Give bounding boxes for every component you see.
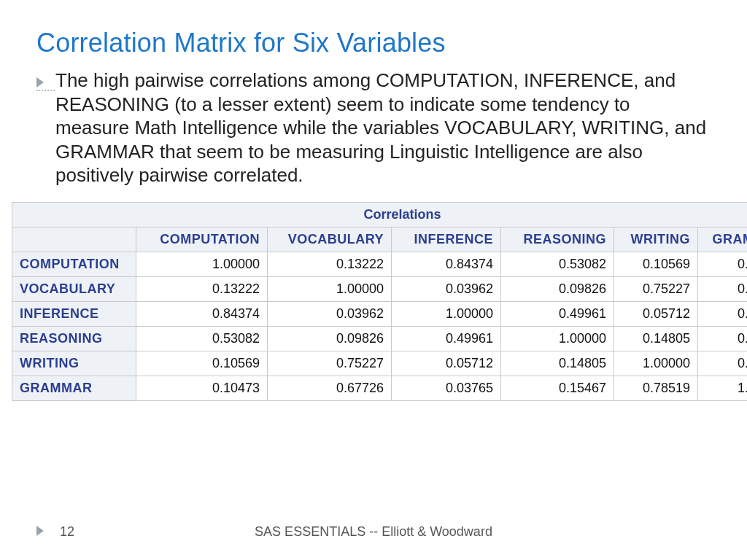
- cell: 0.49961: [501, 301, 614, 326]
- col-head: WRITING: [614, 227, 698, 252]
- bullet-text: The high pairwise correlations among COM…: [55, 69, 711, 187]
- cell: 0.15467: [698, 326, 748, 351]
- col-head: VOCABULARY: [268, 227, 392, 252]
- cell: 0.75227: [614, 276, 698, 301]
- svg-marker-1: [36, 526, 44, 536]
- blank-corner: [12, 227, 136, 252]
- slide-title: Correlation Matrix for Six Variables: [36, 28, 711, 58]
- cell: 0.10569: [614, 252, 698, 276]
- cell: 0.03962: [268, 301, 392, 326]
- cell: 1.00000: [501, 326, 614, 351]
- bullet-arrow-icon: [36, 77, 45, 88]
- slide-footer: 12 SAS ESSENTIALS -- Elliott & Woodward: [0, 524, 747, 540]
- cell: 0.13222: [268, 252, 392, 276]
- cell: 0.78519: [614, 376, 698, 400]
- cell: 1.00000: [136, 252, 268, 276]
- table-row: INFERENCE 0.84374 0.03962 1.00000 0.4996…: [12, 301, 748, 326]
- cell: 0.03962: [392, 276, 501, 301]
- correlation-table: Correlations COMPUTATION VOCABULARY INFE…: [12, 202, 747, 401]
- table-row: REASONING 0.53082 0.09826 0.49961 1.0000…: [12, 326, 748, 351]
- table-caption: Correlations: [12, 202, 748, 227]
- cell: 0.09826: [268, 326, 392, 351]
- row-head: GRAMMAR: [12, 376, 136, 400]
- cell: 1.00000: [392, 301, 501, 326]
- col-head: REASONING: [501, 227, 614, 252]
- cell: 0.49961: [392, 326, 501, 351]
- col-head: INFERENCE: [392, 227, 501, 252]
- cell: 1.00000: [268, 276, 392, 301]
- svg-marker-0: [36, 77, 44, 88]
- table-header-row: COMPUTATION VOCABULARY INFERENCE REASONI…: [12, 227, 748, 252]
- row-head: REASONING: [12, 326, 136, 351]
- col-head: COMPUTATION: [136, 227, 268, 252]
- cell: 0.53082: [501, 252, 614, 276]
- cell: 0.09826: [501, 276, 614, 301]
- cell: 0.14805: [614, 326, 698, 351]
- page-number: 12: [57, 524, 74, 540]
- cell: 0.15467: [501, 376, 614, 400]
- table-row: GRAMMAR 0.10473 0.67726 0.03765 0.15467 …: [12, 376, 748, 400]
- cell: 0.67726: [268, 376, 392, 400]
- table-row: VOCABULARY 0.13222 1.00000 0.03962 0.098…: [12, 276, 748, 301]
- cell: 1.00000: [698, 376, 748, 400]
- cell: 0.14805: [501, 351, 614, 376]
- col-head: GRAMMAR: [698, 227, 748, 252]
- cell: 0.84374: [392, 252, 501, 276]
- cell: 0.10569: [136, 351, 268, 376]
- cell: 0.78519: [698, 351, 748, 376]
- table-title-row: Correlations: [12, 202, 748, 227]
- row-head: VOCABULARY: [12, 276, 136, 301]
- cell: 0.84374: [136, 301, 268, 326]
- cell: 0.03765: [698, 301, 748, 326]
- cell: 0.75227: [268, 351, 392, 376]
- cell: 0.05712: [392, 351, 501, 376]
- cell: 0.67726: [698, 276, 748, 301]
- cell: 0.10473: [698, 252, 748, 276]
- table-row: COMPUTATION 1.00000 0.13222 0.84374 0.53…: [12, 252, 748, 276]
- row-head: INFERENCE: [12, 301, 136, 326]
- cell: 0.13222: [136, 276, 268, 301]
- footer-credit: SAS ESSENTIALS -- Elliott & Woodward: [255, 524, 492, 540]
- cell: 0.53082: [136, 326, 268, 351]
- row-head: WRITING: [12, 351, 136, 376]
- cell: 1.00000: [614, 351, 698, 376]
- bullet-row: The high pairwise correlations among COM…: [36, 69, 711, 187]
- footer-arrow-icon: [36, 524, 45, 540]
- correlation-table-container: Correlations COMPUTATION VOCABULARY INFE…: [12, 202, 735, 401]
- cell: 0.03765: [392, 376, 501, 400]
- cell: 0.05712: [614, 301, 698, 326]
- row-head: COMPUTATION: [12, 252, 136, 276]
- cell: 0.10473: [136, 376, 268, 400]
- table-row: WRITING 0.10569 0.75227 0.05712 0.14805 …: [12, 351, 748, 376]
